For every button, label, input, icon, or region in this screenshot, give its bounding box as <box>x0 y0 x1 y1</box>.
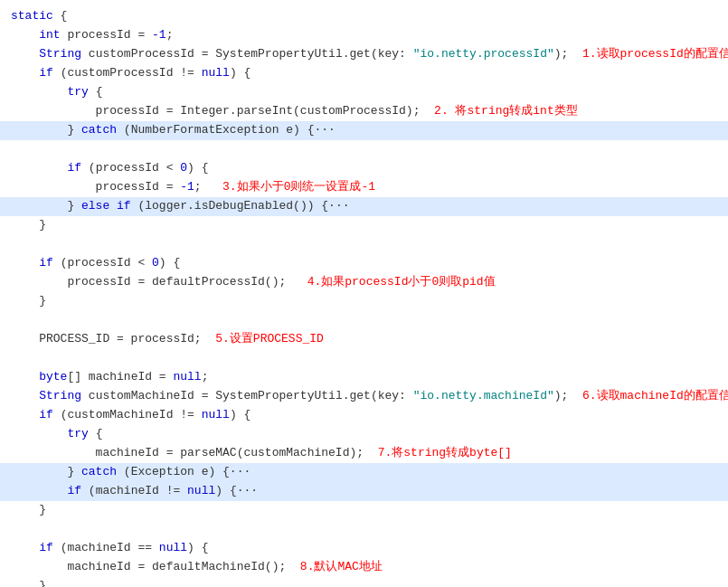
code-line-23: try { <box>0 425 728 444</box>
code-line-19 <box>0 349 728 368</box>
code-block: static { int processId = -1; String cust… <box>0 0 728 587</box>
code-line-10: processId = -1; 3.如果小于0则统一设置成-1 <box>0 178 728 197</box>
code-line-4: if (customProcessId != null) { <box>0 64 728 83</box>
code-line-5: try { <box>0 83 728 102</box>
code-line-31: } <box>0 577 728 587</box>
code-line-2: int processId = -1; <box>0 26 728 45</box>
code-line-17 <box>0 311 728 330</box>
code-line-30: machineId = defaultMachineId(); 8.默认MAC地… <box>0 558 728 577</box>
code-line-24: machineId = parseMAC(customMachineId); 7… <box>0 444 728 463</box>
code-container: static { int processId = -1; String cust… <box>0 0 728 587</box>
code-line-20: byte[] machineId = null; <box>0 368 728 387</box>
code-line-6: processId = Integer.parseInt(customProce… <box>0 102 728 121</box>
code-line-25: } catch (Exception e) {··· <box>0 463 728 482</box>
code-line-8 <box>0 140 728 159</box>
code-line-28 <box>0 520 728 539</box>
code-line-16: } <box>0 292 728 311</box>
code-line-18: PROCESS_ID = processId; 5.设置PROCESS_ID <box>0 330 728 349</box>
code-line-27: } <box>0 501 728 520</box>
code-line-29: if (machineId == null) { <box>0 539 728 558</box>
code-line-22: if (customMachineId != null) { <box>0 406 728 425</box>
code-line-26: if (machineId != null) {··· <box>0 482 728 501</box>
code-line-14: if (processId < 0) { <box>0 254 728 273</box>
code-line-15: processId = defaultProcessId(); 4.如果proc… <box>0 273 728 292</box>
code-line-13 <box>0 235 728 254</box>
code-line-3: String customProcessId = SystemPropertyU… <box>0 45 728 64</box>
code-line-11: } else if (logger.isDebugEnabled()) {··· <box>0 197 728 216</box>
code-line-21: String customMachineId = SystemPropertyU… <box>0 387 728 406</box>
code-line-7: } catch (NumberFormatException e) {··· <box>0 121 728 140</box>
code-line-9: if (processId < 0) { <box>0 159 728 178</box>
code-line-1: static { <box>0 7 728 26</box>
code-line-12: } <box>0 216 728 235</box>
